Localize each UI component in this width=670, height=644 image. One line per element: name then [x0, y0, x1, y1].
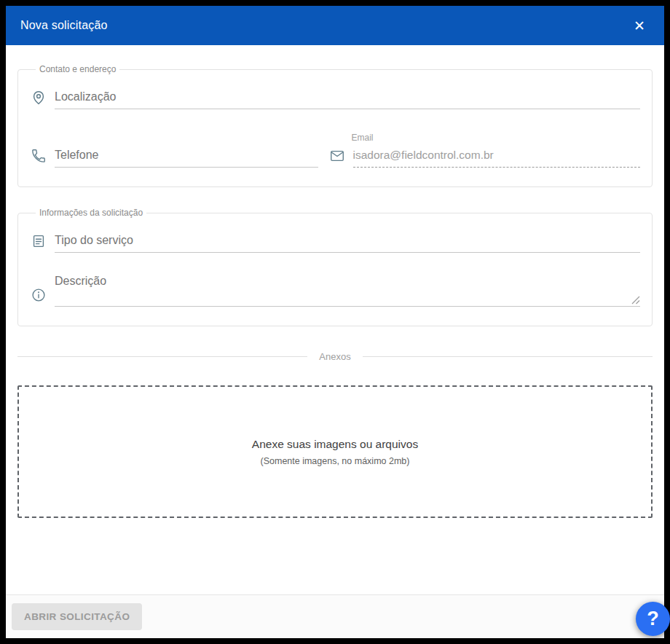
- modal-header: Nova solicitação ✕: [6, 6, 664, 45]
- modal-footer: ABRIR SOLICITAÇÃO: [6, 594, 664, 638]
- service-type-row: [30, 229, 640, 253]
- contact-section-legend: Contato e endereço: [36, 64, 119, 74]
- email-label: Email: [352, 133, 640, 143]
- dropzone-subtitle: (Somente imagens, no máximo 2mb): [261, 456, 410, 466]
- email-field-group: Email: [328, 133, 640, 168]
- envelope-icon: [328, 147, 346, 165]
- open-request-button[interactable]: ABRIR SOLICITAÇÃO: [12, 603, 142, 630]
- contact-section: Contato e endereço: [17, 64, 653, 187]
- request-info-legend: Informações da solicitação: [36, 208, 146, 218]
- email-input[interactable]: [353, 144, 640, 168]
- description-field: [55, 272, 640, 307]
- phone-icon: [30, 147, 47, 165]
- dropzone-title: Anexe suas imagens ou arquivos: [252, 438, 418, 451]
- attachments-divider: Anexos: [17, 351, 653, 362]
- phone-email-row: Email: [30, 133, 640, 168]
- location-pin-icon: [30, 89, 47, 106]
- close-icon[interactable]: ✕: [629, 16, 650, 36]
- email-row: [328, 144, 640, 168]
- location-row: [30, 86, 640, 109]
- new-request-modal: Nova solicitação ✕ Contato e endereço: [6, 6, 664, 638]
- attachments-dropzone[interactable]: Anexe suas imagens ou arquivos (Somente …: [17, 385, 653, 518]
- phone-field-group: [30, 144, 318, 168]
- description-row: [30, 272, 640, 307]
- clipboard-list-icon: [30, 232, 47, 250]
- resize-handle-icon[interactable]: [631, 294, 640, 303]
- service-type-input[interactable]: [55, 229, 640, 253]
- help-button[interactable]: ?: [636, 602, 670, 636]
- phone-input[interactable]: [55, 144, 318, 168]
- modal-title: Nova solicitação: [20, 19, 108, 32]
- request-info-section: Informações da solicitação: [17, 208, 653, 326]
- screen: Nova solicitação ✕ Contato e endereço: [0, 0, 670, 644]
- divider-line-left: [17, 356, 307, 357]
- location-input[interactable]: [55, 86, 640, 109]
- attachments-divider-label: Anexos: [319, 351, 350, 362]
- modal-body: Contato e endereço: [6, 45, 664, 594]
- info-icon: [30, 286, 47, 304]
- divider-line-right: [363, 356, 653, 357]
- description-textarea[interactable]: [55, 272, 640, 307]
